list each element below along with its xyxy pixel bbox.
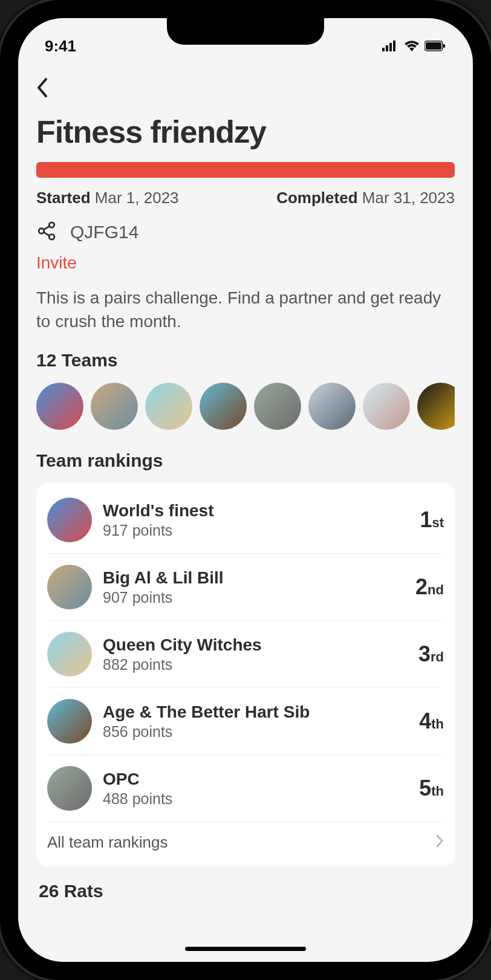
rank-position: 2nd [415,574,444,600]
teams-avatar-strip[interactable] [36,383,455,430]
rankings-card: World's finest 917 points 1st Big Al & L… [36,483,455,866]
ranking-row[interactable]: Age & The Better Hart Sib 856 points 4th [47,688,444,755]
teams-count-heading: 12 Teams [36,350,455,371]
team-name: Queen City Witches [103,635,408,655]
team-avatar [47,565,92,609]
team-avatar[interactable] [145,383,192,430]
all-rankings-link[interactable]: All team rankings [47,822,444,860]
phone-notch [167,18,324,45]
svg-line-11 [44,232,50,236]
team-avatar[interactable] [254,383,301,430]
team-name: Age & The Better Hart Sib [103,703,408,722]
ranking-row[interactable]: Big Al & Lil Bill 907 points 2nd [47,554,444,621]
rank-position: 4th [419,709,444,734]
team-avatar [47,699,92,744]
svg-rect-3 [393,41,395,51]
svg-point-8 [49,222,54,228]
chevron-left-icon [36,78,48,97]
svg-rect-2 [389,43,392,51]
home-indicator[interactable] [185,947,306,951]
svg-rect-6 [443,44,445,48]
share-row[interactable]: QJFG14 [36,221,455,244]
team-avatar[interactable] [363,383,410,430]
team-name: World's finest [103,501,409,521]
team-points: 917 points [103,522,409,539]
status-time: 9:41 [45,37,76,56]
share-code: QJFG14 [70,222,138,242]
rankings-heading: Team rankings [36,450,455,471]
svg-point-9 [49,235,54,240]
invite-button[interactable]: Invite [36,253,77,273]
team-avatar[interactable] [36,383,83,430]
challenge-description: This is a pairs challenge. Find a partne… [36,286,455,333]
completed-date: Mar 31, 2023 [362,189,455,207]
svg-rect-5 [426,42,441,50]
rank-position: 1st [420,507,444,533]
ranking-row[interactable]: OPC 488 points 5th [47,755,444,822]
ranking-row[interactable]: Queen City Witches 882 points 3rd [47,621,444,688]
team-points: 907 points [103,589,405,606]
team-points: 882 points [103,656,408,673]
back-button[interactable] [36,74,51,114]
team-avatar[interactable] [91,383,138,430]
team-points: 856 points [103,723,408,741]
started-label: Started [36,189,91,207]
page-title: Fitness friendzy [36,114,455,150]
date-row: Started Mar 1, 2023 Completed Mar 31, 20… [36,189,455,207]
team-points: 488 points [103,790,408,808]
svg-line-10 [44,226,50,230]
rats-count-heading: 26 Rats [36,881,455,901]
share-icon [36,221,57,244]
svg-point-7 [39,229,44,234]
ranking-row[interactable]: World's finest 917 points 1st [47,492,444,554]
team-avatar[interactable] [200,383,247,430]
svg-rect-1 [386,45,388,51]
team-name: OPC [103,770,408,789]
wifi-icon [404,37,420,56]
cellular-icon [382,37,399,56]
completed-label: Completed [276,189,357,207]
team-avatar[interactable] [417,383,455,430]
progress-bar [36,162,455,178]
team-avatar[interactable] [308,383,356,430]
svg-rect-0 [382,48,385,51]
all-rankings-label: All team rankings [47,833,167,852]
team-avatar [47,498,92,542]
rank-position: 3rd [418,641,444,667]
chevron-right-icon [435,834,444,851]
phone-frame: 9:41 Fitness friendzy [0,0,491,980]
started-date: Mar 1, 2023 [95,189,179,207]
rank-position: 5th [419,776,444,801]
battery-icon [424,37,446,56]
team-avatar [47,632,92,677]
team-name: Big Al & Lil Bill [103,568,405,588]
team-avatar [47,766,92,811]
